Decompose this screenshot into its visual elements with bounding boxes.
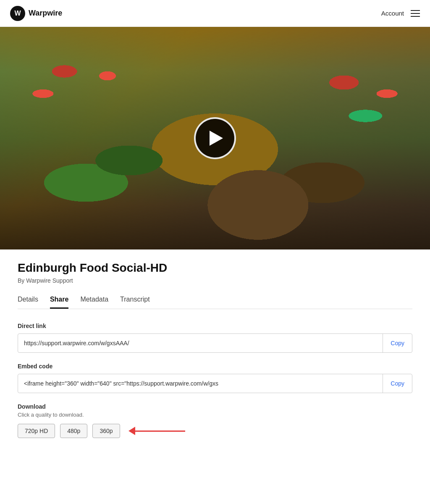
tab-details[interactable]: Details	[18, 296, 38, 309]
direct-link-input[interactable]	[18, 334, 383, 352]
quality-360p-button[interactable]: 360p	[92, 424, 120, 438]
tab-share[interactable]: Share	[50, 296, 68, 309]
download-hint: Click a quality to download.	[18, 412, 412, 418]
download-title: Download	[18, 403, 412, 410]
play-icon	[210, 131, 223, 146]
play-button[interactable]	[194, 117, 236, 159]
copy-embed-code-button[interactable]: Copy	[383, 374, 412, 393]
arrow-line	[135, 430, 185, 432]
content-area: Edinburgh Food Social-HD By Warpwire Sup…	[0, 249, 430, 473]
tabs: Details Share Metadata Transcript	[18, 296, 412, 309]
video-author: By Warpwire Support	[18, 277, 412, 284]
menu-icon[interactable]	[411, 10, 420, 17]
direct-link-row: Copy	[18, 333, 412, 353]
video-thumbnail[interactable]	[0, 27, 430, 249]
embed-code-row: Copy	[18, 374, 412, 393]
account-link[interactable]: Account	[381, 10, 404, 17]
logo-name: Warpwire	[29, 9, 62, 18]
arrow-indicator	[128, 427, 185, 435]
arrow-head-icon	[128, 427, 135, 435]
download-section: Download Click a quality to download. 72…	[18, 403, 412, 438]
embed-code-section: Embed code Copy	[18, 363, 412, 393]
direct-link-section: Direct link Copy	[18, 323, 412, 353]
header: W Warpwire Account	[0, 0, 430, 27]
embed-code-input[interactable]	[18, 374, 383, 393]
quality-buttons: 720p HD 480p 360p	[18, 424, 412, 438]
warpwire-logo-icon: W	[10, 6, 25, 21]
embed-code-label: Embed code	[18, 363, 412, 370]
copy-direct-link-button[interactable]: Copy	[383, 334, 412, 352]
logo-area: W Warpwire	[10, 6, 62, 21]
direct-link-label: Direct link	[18, 323, 412, 329]
header-right: Account	[381, 10, 420, 17]
video-title: Edinburgh Food Social-HD	[18, 261, 412, 275]
tab-metadata[interactable]: Metadata	[80, 296, 108, 309]
quality-720p-button[interactable]: 720p HD	[18, 424, 55, 438]
quality-480p-button[interactable]: 480p	[60, 424, 87, 438]
tab-transcript[interactable]: Transcript	[120, 296, 150, 309]
